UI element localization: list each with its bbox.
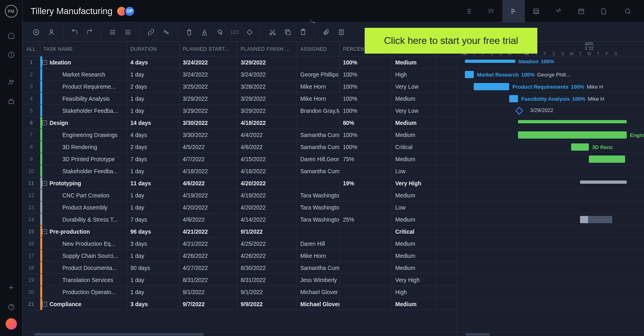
indent-button[interactable] xyxy=(122,26,134,39)
outdent-button[interactable] xyxy=(106,26,119,39)
delete-button[interactable] xyxy=(183,26,196,39)
priority-cell[interactable]: Very High xyxy=(392,274,436,286)
task-row[interactable]: 7Engineering Drawings4 days3/30/20224/4/… xyxy=(23,129,457,141)
planned-finish-cell[interactable]: 4/15/2022 xyxy=(237,153,297,165)
planned-start-cell[interactable]: 4/21/2022 xyxy=(180,238,237,249)
duration-cell[interactable]: 14 days xyxy=(127,117,180,129)
gantt-row[interactable] xyxy=(458,214,644,226)
planned-finish-cell[interactable]: 4/4/2022 xyxy=(237,129,297,141)
number-format[interactable]: 123 xyxy=(229,29,241,35)
task-row[interactable]: 93D Printed Prototype7 days4/7/20224/15/… xyxy=(23,153,457,165)
assigned-cell[interactable]: Tara Washingto xyxy=(297,201,340,213)
assigned-cell[interactable] xyxy=(297,177,340,189)
task-name-cell[interactable]: Stakeholder Feedba... xyxy=(40,165,127,177)
assigned-cell[interactable] xyxy=(297,117,340,129)
duration-cell[interactable]: 7 days xyxy=(127,153,180,165)
percent-cell[interactable] xyxy=(340,250,392,261)
assigned-cell[interactable] xyxy=(297,56,340,68)
percent-cell[interactable] xyxy=(340,274,392,286)
duration-cell[interactable]: 1 day xyxy=(127,93,180,104)
priority-cell[interactable]: Critical xyxy=(392,141,436,153)
assigned-cell[interactable]: Daren Hill,Geor xyxy=(297,153,340,165)
planned-start-cell[interactable]: 3/30/2022 xyxy=(180,129,237,141)
cut-button[interactable] xyxy=(266,26,279,39)
planned-finish-cell[interactable]: 4/14/2022 xyxy=(237,214,297,225)
percent-cell[interactable]: 100% xyxy=(340,141,392,153)
priority-cell[interactable]: Medium xyxy=(392,117,436,129)
duration-cell[interactable]: 1 day xyxy=(127,105,180,116)
priority-cell[interactable]: Medium xyxy=(392,298,436,310)
duration-cell[interactable]: 1 day xyxy=(127,274,180,286)
task-name-cell[interactable]: −Ideation xyxy=(40,56,127,68)
percent-cell[interactable] xyxy=(340,262,392,274)
col-planned-finish[interactable]: PLANNED FINISH ... xyxy=(237,42,297,56)
avatar-gp[interactable]: GP xyxy=(124,6,135,17)
gantt-bar[interactable]: Product Requirements 100% Mike H xyxy=(474,83,509,90)
duration-cell[interactable]: 1 day xyxy=(127,68,180,80)
planned-start-cell[interactable]: 4/6/2022 xyxy=(180,177,237,189)
gantt-bar[interactable] xyxy=(580,216,612,223)
milestone-marker[interactable] xyxy=(515,107,523,115)
gantt-row[interactable]: 3/29/2022 xyxy=(458,105,644,117)
planned-start-cell[interactable]: 4/7/2022 xyxy=(180,153,237,165)
task-name-cell[interactable]: Production Operato... xyxy=(40,286,127,298)
task-row[interactable]: 18Product Documenta...90 days4/27/20228/… xyxy=(23,262,457,274)
planned-finish-cell[interactable]: 3/29/2022 xyxy=(237,56,297,68)
task-row[interactable]: 2Market Research1 day3/24/20223/24/2022G… xyxy=(23,68,457,81)
task-name-cell[interactable]: −Design xyxy=(40,117,127,129)
search-button[interactable] xyxy=(620,3,636,19)
planned-finish-cell[interactable]: 4/18/2022 xyxy=(237,165,297,177)
duration-cell[interactable]: 3 days xyxy=(127,238,180,249)
planned-start-cell[interactable]: 4/6/2022 xyxy=(180,214,237,225)
planned-start-cell[interactable]: 3/29/2022 xyxy=(180,105,237,116)
paste-button[interactable] xyxy=(297,26,310,39)
task-name-cell[interactable]: −Prototyping xyxy=(40,177,127,189)
priority-cell[interactable]: High xyxy=(392,68,436,80)
duration-cell[interactable]: 7 days xyxy=(127,214,180,225)
planned-start-cell[interactable]: 3/25/2022 xyxy=(180,81,237,92)
assigned-cell[interactable]: Mike Horn xyxy=(297,81,340,92)
gantt-row[interactable]: Ideation 100% xyxy=(458,56,644,68)
duration-cell[interactable]: 4 days xyxy=(127,56,180,68)
user-avatar[interactable] xyxy=(6,318,17,330)
percent-cell[interactable]: 100% xyxy=(340,93,392,104)
gantt-row[interactable] xyxy=(458,201,644,214)
task-name-cell[interactable]: Market Research xyxy=(40,68,127,80)
priority-cell[interactable]: Very Low xyxy=(392,105,436,116)
assigned-cell[interactable]: Samantha Cum xyxy=(297,165,340,177)
duration-cell[interactable]: 4 days xyxy=(127,129,180,141)
planned-finish-cell[interactable]: 3/29/2022 xyxy=(237,105,297,116)
planned-finish-cell[interactable]: 9/9/2022 xyxy=(237,298,297,310)
add-task-button[interactable] xyxy=(30,26,43,39)
planned-finish-cell[interactable]: 4/18/2022 xyxy=(237,117,297,129)
task-name-cell[interactable]: Feasibility Analysis xyxy=(40,93,127,104)
home-nav[interactable] xyxy=(3,27,19,44)
help-nav[interactable] xyxy=(3,299,19,315)
percent-cell[interactable] xyxy=(340,286,392,298)
task-name-cell[interactable]: 3D Rendering xyxy=(40,141,127,153)
assign-button[interactable] xyxy=(45,26,58,39)
col-duration[interactable]: DURATION xyxy=(127,42,180,56)
assigned-cell[interactable]: Jess Wimberly xyxy=(297,274,340,286)
gantt-bar[interactable]: Engineering D xyxy=(518,131,627,139)
planned-finish-cell[interactable]: 4/20/2022 xyxy=(237,201,297,213)
planned-start-cell[interactable]: 3/30/2022 xyxy=(180,117,237,129)
planned-start-cell[interactable]: 4/5/2022 xyxy=(180,141,237,153)
task-row[interactable]: 17Supply Chain Sourci...1 day4/26/20224/… xyxy=(23,250,457,262)
col-assigned[interactable]: ASSIGNED xyxy=(297,42,340,56)
priority-cell[interactable]: High xyxy=(392,286,436,298)
duration-cell[interactable]: 90 days xyxy=(127,262,180,274)
assigned-cell[interactable] xyxy=(297,226,340,237)
planned-finish-cell[interactable]: 4/19/2022 xyxy=(237,189,297,201)
undo-button[interactable] xyxy=(68,26,81,39)
gantt-row[interactable]: Market Research 100% George Phill... xyxy=(458,68,644,81)
duration-cell[interactable]: 2 days xyxy=(127,81,180,92)
gantt-chart[interactable]: ., 20 '22MAR, 27 '22APR, 3 '22 WTFSSMTWT… xyxy=(457,42,644,336)
duration-cell[interactable]: 1 day xyxy=(127,201,180,213)
duration-cell[interactable]: 1 day xyxy=(127,250,180,261)
planned-start-cell[interactable]: 9/1/2022 xyxy=(180,286,237,298)
gantt-row[interactable] xyxy=(458,238,644,250)
task-row[interactable]: 6−Design14 days3/30/20224/18/202280%Medi… xyxy=(23,117,457,129)
gantt-bar[interactable]: Market Research 100% George Phill... xyxy=(465,71,474,78)
view-board[interactable] xyxy=(480,0,502,23)
